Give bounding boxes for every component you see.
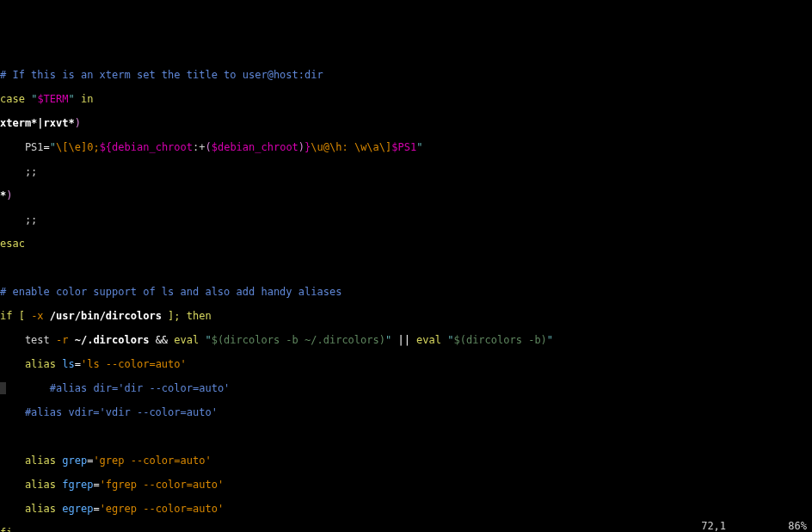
cursor-position: 72,1 xyxy=(701,520,726,532)
code-line: alias grep='grep --color=auto' xyxy=(0,455,812,467)
scroll-percent: 86% xyxy=(788,520,807,532)
code-line: ;; xyxy=(0,165,812,177)
code-line: if [ -x /usr/bin/dircolors ]; then xyxy=(0,310,812,322)
code-line: test -r ~/.dircolors && eval "$(dircolor… xyxy=(0,334,812,346)
code-line: esac xyxy=(0,238,812,250)
code-line: # enable color support of ls and also ad… xyxy=(0,286,812,298)
code-line: xterm*|rxvt*) xyxy=(0,117,812,129)
code-line: # If this is an xterm set the title to u… xyxy=(0,69,812,81)
code-editor[interactable]: # If this is an xterm set the title to u… xyxy=(0,48,812,532)
code-line: #alias dir='dir --color=auto' xyxy=(0,382,812,394)
code-line: PS1="\[\e]0;${debian_chroot:+($debian_ch… xyxy=(0,141,812,153)
code-line: ;; xyxy=(0,213,812,226)
code-line: case "$TERM" in xyxy=(0,93,812,105)
code-line xyxy=(0,430,812,442)
status-bar: 72,1 86% xyxy=(689,508,807,532)
code-line: alias fgrep='fgrep --color=auto' xyxy=(0,479,812,491)
code-line: *) xyxy=(0,189,812,201)
code-line: alias ls='ls --color=auto' xyxy=(0,358,812,370)
code-line xyxy=(0,262,812,274)
code-line: #alias vdir='vdir --color=auto' xyxy=(0,406,812,418)
